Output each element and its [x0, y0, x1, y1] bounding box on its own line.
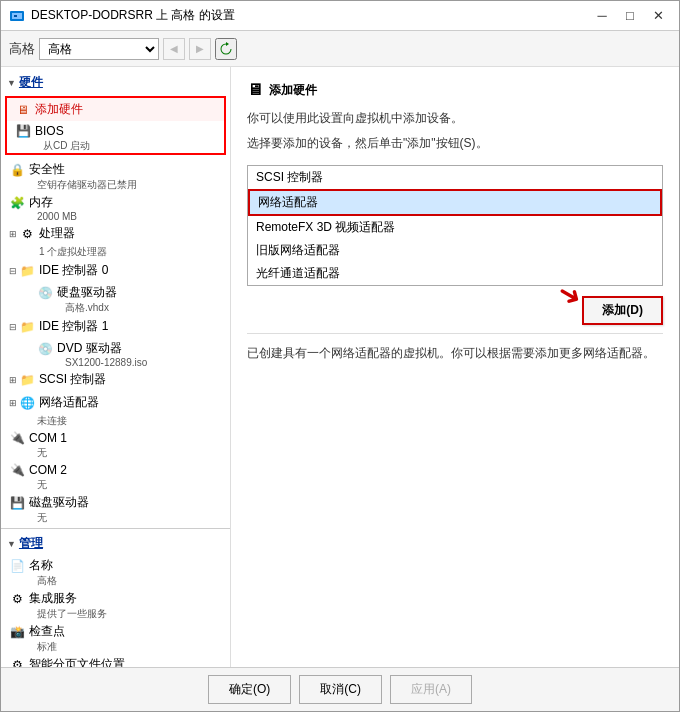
ide1-children: 💿 DVD 驱动器 SX1200-12889.iso [1, 338, 230, 368]
manage-expand-icon: ▼ [7, 539, 16, 549]
window-controls: ─ □ ✕ [589, 5, 671, 27]
com1-sublabel: 无 [9, 446, 47, 460]
cancel-button[interactable]: 取消(C) [299, 675, 382, 704]
checkpoint-icon: 📸 [9, 624, 25, 640]
dvd-icon: 💿 [37, 341, 53, 357]
network-sublabel: 未连接 [1, 414, 230, 428]
bios-icon: 💾 [15, 123, 31, 139]
processor-sublabel: 1 个虚拟处理器 [1, 245, 230, 259]
security-item[interactable]: 🔒 安全性 空钥存储驱动器已禁用 [1, 159, 230, 192]
processor-label: 处理器 [39, 225, 75, 242]
com2-sublabel: 无 [9, 478, 47, 492]
toolbar-label: 高格 [9, 40, 35, 58]
com2-icon: 🔌 [9, 462, 25, 478]
ide1-header[interactable]: ⊟ 📁 IDE 控制器 1 [1, 315, 230, 338]
processor-group: ⊞ ⚙ 处理器 1 个虚拟处理器 [1, 222, 230, 259]
add-hardware-title-icon: 🖥 [247, 81, 263, 99]
add-button-area: 添加(D) ➜ [247, 296, 663, 325]
right-panel-title: 🖥 添加硬件 [247, 81, 663, 99]
scsi-group: ⊞ 📁 SCSI 控制器 [1, 368, 230, 391]
ide0-children: 💿 硬盘驱动器 高格.vhdx [1, 282, 230, 315]
right-panel-title-text: 添加硬件 [269, 82, 317, 99]
smartpaging-icon: ⚙ [9, 657, 25, 668]
manage-section-header[interactable]: ▼ 管理 [1, 532, 230, 555]
bottom-bar: 确定(O) 取消(C) 应用(A) [1, 667, 679, 711]
smartpaging-label: 智能分页文件位置 [29, 656, 125, 667]
ide1-expand-icon: ⊟ [9, 322, 17, 332]
manage-section-label: 管理 [19, 535, 43, 552]
network-expand-icon: ⊞ [9, 398, 17, 408]
com1-icon: 🔌 [9, 430, 25, 446]
scsi-icon: 📁 [19, 372, 35, 388]
add-hardware-item[interactable]: 🖥 添加硬件 [7, 98, 224, 121]
integration-label: 集成服务 [29, 590, 77, 607]
ide1-label: IDE 控制器 1 [39, 318, 108, 335]
list-item-remotefx[interactable]: RemoteFX 3D 视频适配器 [248, 216, 662, 239]
main-content: ▼ 硬件 🖥 添加硬件 💾 BIOS 从CD 启动 [1, 67, 679, 667]
list-item-scsi[interactable]: SCSI 控制器 [248, 166, 662, 189]
integration-sublabel: 提供了一些服务 [9, 607, 107, 621]
dvd-item[interactable]: 💿 DVD 驱动器 SX1200-12889.iso [17, 338, 230, 368]
close-button[interactable]: ✕ [645, 5, 671, 27]
integration-icon: ⚙ [9, 591, 25, 607]
memory-sublabel: 2000 MB [9, 211, 77, 222]
name-item[interactable]: 📄 名称 高格 [1, 555, 230, 588]
window-title: DESKTOP-DODRSRR 上 高格 的设置 [31, 7, 589, 24]
diskdrive-item[interactable]: 💾 磁盘驱动器 无 [1, 492, 230, 525]
device-listbox: SCSI 控制器 网络适配器 RemoteFX 3D 视频适配器 旧版网络适配器… [247, 165, 663, 286]
add-device-button[interactable]: 添加(D) [582, 296, 663, 325]
toolbar: 高格 高格 ◀ ▶ [1, 31, 679, 67]
security-label: 安全性 [29, 161, 65, 178]
scsi-header[interactable]: ⊞ 📁 SCSI 控制器 [1, 368, 230, 391]
name-sublabel: 高格 [9, 574, 57, 588]
integration-item[interactable]: ⚙ 集成服务 提供了一些服务 [1, 588, 230, 621]
com1-item[interactable]: 🔌 COM 1 无 [1, 428, 230, 460]
hardware-section-header[interactable]: ▼ 硬件 [1, 71, 230, 94]
ok-button[interactable]: 确定(O) [208, 675, 291, 704]
hardware-section-label: 硬件 [19, 74, 43, 91]
list-item-legacy[interactable]: 旧版网络适配器 [248, 239, 662, 262]
checkpoint-item[interactable]: 📸 检查点 标准 [1, 621, 230, 654]
window-icon [9, 8, 25, 24]
network-header[interactable]: ⊞ 🌐 网络适配器 [1, 391, 230, 414]
main-window: DESKTOP-DODRSRR 上 高格 的设置 ─ □ ✕ 高格 高格 ◀ ▶… [0, 0, 680, 712]
bios-item[interactable]: 💾 BIOS 从CD 启动 [7, 121, 224, 153]
network-label: 网络适配器 [39, 394, 99, 411]
ide1-group: ⊟ 📁 IDE 控制器 1 💿 DVD 驱动器 SX1200-12889.iso [1, 315, 230, 368]
right-panel: 🖥 添加硬件 你可以使用此设置向虚拟机中添加设备。 选择要添加的设备，然后单击"… [231, 67, 679, 667]
toolbar-select[interactable]: 高格 [39, 38, 159, 60]
ide0-icon: 📁 [19, 263, 35, 279]
processor-header[interactable]: ⊞ ⚙ 处理器 [1, 222, 230, 245]
ide0-header[interactable]: ⊟ 📁 IDE 控制器 0 [1, 259, 230, 282]
refresh-button[interactable] [215, 38, 237, 60]
svg-rect-2 [14, 15, 17, 17]
add-hardware-label: 添加硬件 [35, 101, 83, 118]
bios-sublabel: 从CD 启动 [15, 139, 90, 153]
right-panel-desc1: 你可以使用此设置向虚拟机中添加设备。 [247, 109, 663, 128]
ide0-label: IDE 控制器 0 [39, 262, 108, 279]
harddisk-item[interactable]: 💿 硬盘驱动器 高格.vhdx [17, 282, 230, 315]
scsi-expand-icon: ⊞ [9, 375, 17, 385]
section-divider [1, 528, 230, 529]
hardware-group-box: 🖥 添加硬件 💾 BIOS 从CD 启动 [5, 96, 226, 155]
apply-button[interactable]: 应用(A) [390, 675, 472, 704]
list-item-network[interactable]: 网络适配器 [248, 189, 662, 216]
back-button[interactable]: ◀ [163, 38, 185, 60]
minimize-button[interactable]: ─ [589, 5, 615, 27]
harddisk-sublabel: 高格.vhdx [37, 301, 109, 315]
hardware-expand-icon: ▼ [7, 78, 16, 88]
ide0-expand-icon: ⊟ [9, 266, 17, 276]
info-text: 已创建具有一个网络适配器的虚拟机。你可以根据需要添加更多网络适配器。 [247, 333, 663, 363]
com2-item[interactable]: 🔌 COM 2 无 [1, 460, 230, 492]
smartpaging-item[interactable]: ⚙ 智能分页文件位置 C:\ProgramData\Microsoft\Wind… [1, 654, 230, 667]
name-label: 名称 [29, 557, 53, 574]
maximize-button[interactable]: □ [617, 5, 643, 27]
name-icon: 📄 [9, 558, 25, 574]
diskdrive-sublabel: 无 [9, 511, 47, 525]
bios-label: BIOS [35, 124, 64, 138]
memory-item[interactable]: 🧩 内存 2000 MB [1, 192, 230, 222]
processor-expand-icon: ⊞ [9, 229, 17, 239]
list-item-fiber[interactable]: 光纤通道适配器 [248, 262, 662, 285]
memory-label: 内存 [29, 194, 53, 211]
forward-button[interactable]: ▶ [189, 38, 211, 60]
